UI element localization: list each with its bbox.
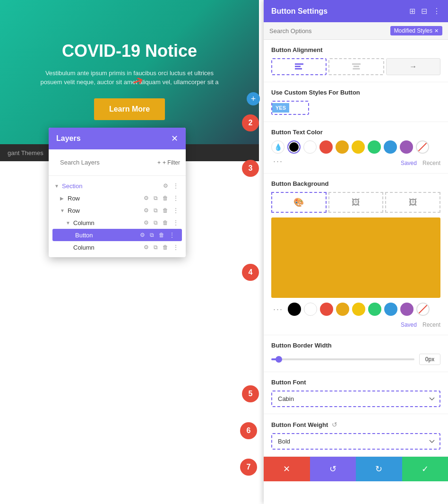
bg-color-red[interactable] — [320, 303, 333, 316]
layer-column-1[interactable]: ▼ Column ⚙ ⧉ 🗑 ⋮ — [49, 217, 186, 229]
saved-tab[interactable]: Saved — [401, 160, 417, 166]
more-icon[interactable]: ⋮ — [172, 194, 180, 202]
layer-column-2[interactable]: Column ⚙ ⧉ 🗑 ⋮ — [49, 241, 186, 253]
step-2-badge: 2 — [242, 114, 259, 131]
bottom-action-bar: ✕ ↺ ↻ ✓ — [264, 457, 448, 481]
more-icon[interactable]: ⋮ — [172, 207, 180, 214]
bg-gradient-button[interactable]: 🖼 — [328, 192, 384, 213]
saved-recent-tabs: Saved Recent — [401, 160, 440, 166]
svg-rect-1 — [295, 66, 301, 67]
columns-icon[interactable]: ⊟ — [421, 7, 427, 16]
redo-button[interactable]: ↻ — [356, 457, 402, 481]
more-icon[interactable]: ⋮ — [172, 219, 180, 226]
color-green[interactable] — [368, 140, 381, 154]
reset-font-weight-button[interactable]: ↺ — [332, 421, 337, 428]
brand-text: gant Themes — [8, 149, 43, 156]
slider-thumb — [276, 356, 282, 363]
more-icon[interactable]: ⋮ — [172, 243, 180, 251]
border-width-slider-row: 0px — [271, 354, 440, 365]
eyedropper-button[interactable]: 💧 — [271, 140, 284, 154]
font-select[interactable]: Cabin — [271, 391, 440, 407]
bg-color-green[interactable] — [368, 303, 381, 316]
modified-styles-tag: Modified Styles ✕ — [390, 26, 442, 35]
expand-icon: ▶ — [60, 196, 66, 201]
filter-button[interactable]: + + Filter — [157, 159, 180, 166]
more-icon[interactable]: ⋮ — [172, 182, 180, 190]
confirm-button[interactable]: ✓ — [402, 457, 448, 481]
trash-icon[interactable]: 🗑 — [161, 194, 170, 202]
color-blue[interactable] — [384, 140, 397, 154]
color-yellow[interactable] — [352, 140, 365, 154]
bg-color-yellow[interactable] — [352, 303, 365, 316]
settings-icon[interactable]: ⚙ — [138, 231, 146, 239]
layers-tree: ▼ Section ⚙ ⋮ ▶ Row ⚙ ⧉ 🗑 ⋮ ▼ Row ⚙ ⧉ — [49, 176, 186, 257]
bg-color-purple[interactable] — [400, 303, 414, 316]
add-element-button[interactable]: + — [247, 92, 260, 105]
layers-search-input[interactable] — [54, 154, 154, 171]
layer-row-1[interactable]: ▶ Row ⚙ ⧉ 🗑 ⋮ — [49, 192, 186, 204]
bg-recent-tab[interactable]: Recent — [422, 322, 440, 328]
step-7-badge: 7 — [240, 459, 257, 476]
color-purple[interactable] — [400, 140, 413, 154]
bg-color-white[interactable] — [304, 303, 317, 316]
trash-icon[interactable]: 🗑 — [161, 207, 170, 214]
custom-styles-toggle[interactable]: YES — [271, 101, 309, 115]
align-center-button[interactable] — [328, 58, 384, 75]
layer-row1-icons: ⚙ ⧉ 🗑 ⋮ — [142, 194, 180, 202]
custom-styles-label: Use Custom Styles For Button — [271, 89, 440, 96]
align-left-button[interactable] — [271, 58, 327, 75]
bg-color-orange[interactable] — [336, 303, 349, 316]
trash-icon[interactable]: 🗑 — [157, 231, 166, 239]
color-orange[interactable] — [336, 140, 349, 154]
panel-search-bar: Modified Styles ✕ — [264, 22, 448, 40]
trash-icon[interactable]: 🗑 — [161, 219, 170, 226]
learn-more-button[interactable]: Learn More — [94, 98, 165, 120]
layer-button-icons: ⚙ ⧉ 🗑 ⋮ — [138, 231, 176, 239]
copy-icon[interactable]: ⧉ — [148, 231, 155, 239]
layer-section[interactable]: ▼ Section ⚙ ⋮ — [49, 180, 186, 192]
more-colors-button[interactable]: ··· — [271, 156, 285, 166]
resize-icon[interactable]: ⊞ — [409, 7, 415, 16]
color-black[interactable] — [287, 140, 301, 154]
layers-panel-title: Layers — [56, 134, 81, 143]
bg-type-options: 🎨 🖼 🖼 — [271, 192, 440, 213]
border-width-slider[interactable] — [271, 358, 414, 360]
overflow-menu-icon[interactable]: ⋮ — [433, 7, 440, 16]
settings-icon[interactable]: ⚙ — [142, 243, 150, 251]
border-width-label: Button Border Width — [271, 342, 440, 349]
more-bg-colors-button[interactable]: ··· — [271, 304, 285, 314]
layers-panel: Layers ✕ + + Filter ▼ Section ⚙ ⋮ ▶ Row … — [49, 128, 186, 257]
bg-image-button[interactable]: 🖼 — [385, 192, 440, 213]
more-icon[interactable]: ⋮ — [168, 231, 176, 239]
color-red[interactable] — [319, 140, 333, 154]
panel-search-input[interactable] — [269, 27, 387, 35]
layers-close-button[interactable]: ✕ — [171, 133, 178, 144]
trash-icon[interactable]: 🗑 — [161, 243, 170, 251]
bg-color-black[interactable] — [288, 303, 301, 316]
bg-color-blue[interactable] — [384, 303, 397, 316]
text-color-label: Button Text Color — [271, 129, 440, 136]
settings-icon[interactable]: ⚙ — [142, 194, 150, 202]
bg-saved-tab[interactable]: Saved — [401, 322, 417, 328]
bg-color-transparent[interactable] — [416, 303, 430, 316]
color-white[interactable] — [303, 140, 317, 154]
alignment-buttons: → — [271, 58, 440, 75]
copy-icon[interactable]: ⧉ — [152, 194, 159, 202]
copy-icon[interactable]: ⧉ — [152, 219, 159, 226]
layer-button[interactable]: Button ⚙ ⧉ 🗑 ⋮ — [52, 229, 182, 241]
color-transparent[interactable] — [416, 140, 429, 154]
layer-row-2[interactable]: ▼ Row ⚙ ⧉ 🗑 ⋮ — [49, 204, 186, 217]
copy-icon[interactable]: ⧉ — [152, 243, 159, 251]
align-right-button[interactable]: → — [386, 58, 440, 75]
font-weight-select[interactable]: Bold — [271, 433, 440, 450]
settings-icon[interactable]: ⚙ — [142, 219, 150, 226]
cancel-button[interactable]: ✕ — [264, 457, 310, 481]
settings-icon[interactable]: ⚙ — [142, 207, 150, 214]
settings-icon[interactable]: ⚙ — [162, 182, 170, 190]
layer-row2-icons: ⚙ ⧉ 🗑 ⋮ — [142, 207, 180, 214]
remove-filter-button[interactable]: ✕ — [434, 28, 439, 34]
copy-icon[interactable]: ⧉ — [152, 207, 159, 214]
recent-tab[interactable]: Recent — [422, 160, 440, 166]
reset-button[interactable]: ↺ — [310, 457, 356, 481]
bg-color-button[interactable]: 🎨 — [271, 192, 327, 213]
